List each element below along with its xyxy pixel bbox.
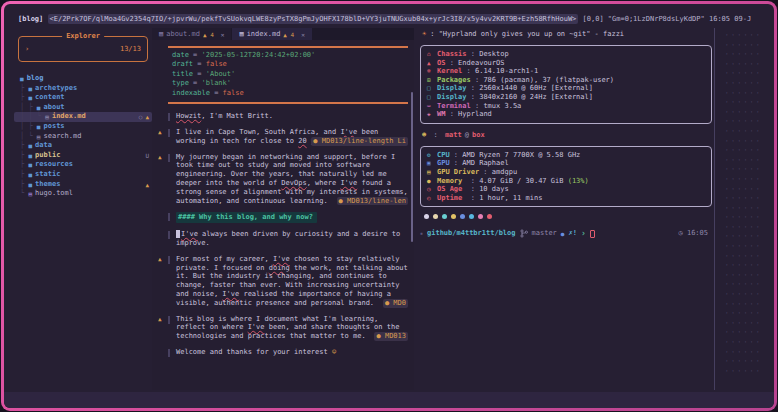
tree-item-about[interactable]: │ ├ ■about	[14, 103, 152, 113]
git-branch-name: master	[532, 229, 557, 238]
spell-error-word: I've	[248, 323, 265, 331]
dot-row: ······	[725, 203, 772, 213]
paragraph-text: My journey began in networking and suppo…	[176, 153, 408, 206]
quote-icon: ☀	[422, 30, 426, 39]
tree-item-public[interactable]: ├ ■publicU	[14, 151, 152, 161]
tab-close-icon[interactable]: ✕	[301, 31, 305, 38]
info-label: Uptime	[437, 194, 462, 203]
tree-item-posts[interactable]: │ ├ ■posts	[14, 122, 152, 132]
tree-item-label: public	[35, 151, 60, 161]
info-label: OS Age	[437, 185, 462, 194]
tree-indent-guides: ├	[20, 93, 28, 103]
tab-about-md[interactable]: ▤about.md▲ 4✕	[152, 28, 231, 40]
palette-color-dot	[451, 214, 456, 219]
tree-indent-guides: │ └	[20, 132, 37, 142]
separator: :	[450, 151, 463, 160]
info-value: 4.07 GiB / 30.47 GiB	[479, 177, 568, 186]
dot-row: ······	[725, 270, 772, 280]
tree-indent-guides: ├	[20, 141, 28, 151]
gutter-spacer	[158, 212, 168, 223]
info-value: 786 (pacman), 37 (flatpak-user)	[483, 76, 614, 85]
info-value: 10 days	[479, 185, 509, 194]
tree-item-resources[interactable]: ├ ■resources	[14, 160, 152, 170]
frontmatter-line: title = 'About'	[172, 70, 408, 79]
spell-error-word: DevOps	[281, 179, 306, 187]
info-value: 3840x2160 @ 24Hz [External]	[479, 93, 593, 102]
text-run: always been driven by curiosity and a de…	[176, 230, 400, 247]
folder-icon: ■	[28, 180, 32, 190]
tree-item-hugo-toml[interactable]: └ ▤hugo.toml	[14, 189, 152, 199]
folder-icon: ■	[37, 122, 41, 132]
git-status-badge-icon: U	[145, 151, 149, 161]
hardware-row-os-age: ◷OS Age : 10 days	[427, 185, 705, 194]
hardware-row-cpu: ⚙CPU : AMD Ryzen 7 7700X @ 5.58 GHz	[427, 151, 705, 160]
equals-sign: =	[193, 70, 206, 78]
tree-item-static[interactable]: ├ ■static	[14, 170, 152, 180]
dot-row: ······	[725, 318, 772, 328]
tree-item-archetypes[interactable]: ├ ■archetypes	[14, 84, 152, 94]
tree-item-themes[interactable]: ├ ■themes▲	[14, 180, 152, 190]
spell-error-word: Howzit	[176, 112, 201, 120]
tab-index-md[interactable]: ▤index.md▲ 4✕	[232, 28, 311, 40]
editor-scrollbar[interactable]	[411, 92, 413, 242]
tree-item-blog[interactable]: ■blog	[14, 74, 152, 84]
hardware-row-gpu: ▣GPU : AMD Raphael	[427, 159, 705, 168]
dot-row: ······	[725, 308, 772, 318]
tab-filename: about.md	[166, 30, 200, 38]
info-value: Desktop	[479, 50, 509, 59]
paragraph-marker-bar	[168, 316, 170, 324]
folder-icon: ■	[20, 74, 24, 84]
gutter-spacer	[158, 348, 168, 357]
lint-diagnostic: ● MD013/line-len	[337, 197, 408, 206]
wm-icon: ◈	[427, 110, 437, 119]
terminal-icon: ⌨	[427, 102, 437, 111]
frontmatter-key: type	[172, 79, 189, 87]
explorer-sidebar: Explorer › 13/13 ■blog├ ■archetypes├ ■co…	[14, 28, 152, 390]
kernel-icon: ☸	[427, 67, 437, 76]
os-icon: ▲	[427, 59, 437, 68]
tab-filename: index.md	[247, 30, 281, 38]
info-value-percent: (13%)	[568, 177, 589, 186]
info-value: 1 hour, 11 mins	[479, 194, 542, 203]
git-status-dot: ●	[561, 229, 565, 238]
dot-row: ······	[725, 366, 772, 376]
hardware-info-box: ⚙CPU : AMD Ryzen 7 7700X @ 5.58 GHz▣GPU …	[420, 146, 712, 208]
hardware-row-uptime: ◴Uptime : 1 hour, 11 mins	[427, 194, 705, 203]
hyprland-window-border: [blog] <E/2Prk7OF/qlMoa4Gv2354q7IO/+jpvr…	[1, 1, 777, 411]
separator: :	[462, 185, 479, 194]
explorer-filter-box[interactable]: Explorer › 13/13	[18, 36, 148, 62]
hardware-row-gpu-driver: ▤GPU Driver : amdgpu	[427, 168, 705, 177]
tab-diagnostic-count: ▲ 4	[203, 31, 214, 38]
markdown-body: Howzit, I'm Matt Britt.▲I live in Cape T…	[158, 112, 412, 357]
frontmatter-key: indexable	[172, 89, 210, 97]
tmux-session-name: [blog]	[18, 15, 48, 23]
folder-icon: ■	[28, 151, 32, 161]
buffer-content[interactable]: date = '2025-05-12T20:24:42+02:00'draft …	[152, 40, 414, 357]
dot-row: ······	[725, 68, 772, 78]
tree-item-index-md[interactable]: │ │ └ ▤index.md○▲	[14, 112, 152, 122]
gutter-warning-icon: ▲	[158, 128, 168, 146]
shell-prompt-line[interactable]: ▪ github/m4ttbr1tt/blog master ● ✗! › ◷ …	[420, 229, 712, 238]
dot-row: ······	[725, 260, 772, 270]
palette-color-dot	[424, 214, 429, 219]
markdown-paragraph-row: ▲For most of my career, I've chosen to s…	[158, 255, 408, 308]
dot-row: ······	[725, 299, 772, 309]
tree-item-search-md[interactable]: │ └ ▤search.md	[14, 132, 152, 142]
dot-row: ······	[725, 136, 772, 146]
separator: :	[467, 84, 480, 93]
frontmatter-line: date = '2025-05-12T20:24:42+02:00'	[172, 51, 408, 60]
info-label: Display	[437, 84, 467, 93]
paragraph-text: Welcome and thanks for your interest ☺	[176, 348, 408, 357]
dot-row: ······	[725, 289, 772, 299]
screenshot-canvas: [blog] <E/2Prk7OF/qlMoa4Gv2354q7IO/+jpvr…	[0, 0, 778, 412]
paragraph-marker-bar	[168, 256, 170, 264]
tab-close-icon[interactable]: ✕	[221, 31, 225, 38]
tree-item-label: search.md	[43, 132, 81, 142]
spell-error-word: 20	[298, 137, 306, 145]
dot-row: ······	[725, 40, 772, 50]
tree-item-data[interactable]: ├ ■data	[14, 141, 152, 151]
terminal-color-palette	[424, 214, 712, 219]
tree-item-content[interactable]: ├ ■content	[14, 93, 152, 103]
dot-row: ······	[725, 193, 772, 203]
tree-item-label: archetypes	[35, 84, 77, 94]
